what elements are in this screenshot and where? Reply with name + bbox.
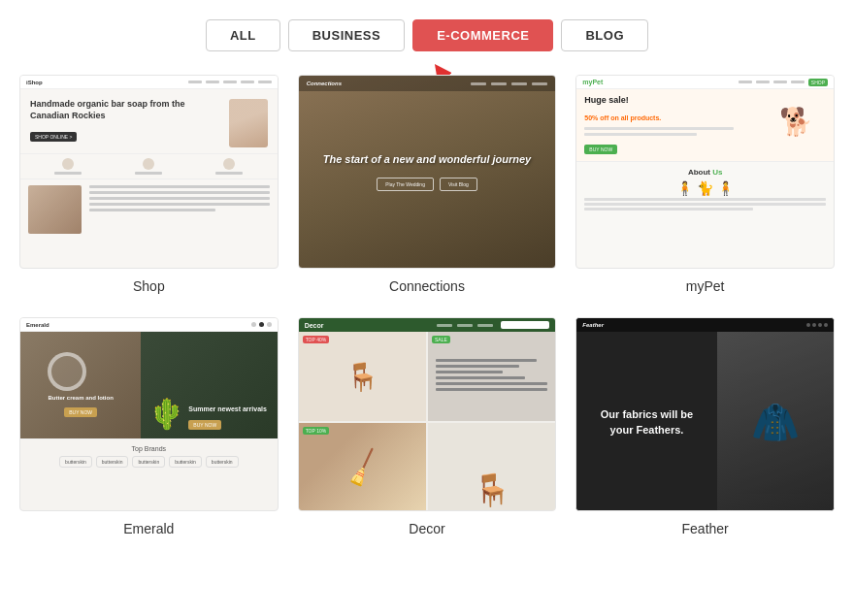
conn-buttons: Play The Wedding Visit Blog — [323, 178, 532, 191]
filter-blog[interactable]: BLOG — [561, 19, 648, 51]
feather-hero-left: Our fabrics will be your Feathers. — [576, 332, 716, 511]
card-feather-label: Feather — [682, 521, 729, 536]
mypet-figure-3: 🧍 — [717, 180, 734, 196]
decor-white-chair-icon: 🪑 — [473, 471, 511, 508]
mypet-about: About Us 🧍 🐈 🧍 — [576, 161, 834, 218]
card-mypet[interactable]: myPet SHOP Huge sale! 50% off on all pro… — [575, 75, 835, 294]
conn-logo: Connections — [307, 81, 342, 86]
shop-hero-text: Handmade organic bar soap from the Canad… — [30, 99, 221, 147]
dot — [812, 323, 816, 327]
text-line — [584, 208, 753, 211]
mypet-desc-line — [584, 127, 734, 130]
shop-icon — [143, 158, 154, 170]
nav-link — [223, 81, 237, 83]
dot — [267, 322, 272, 327]
emerald-product-cta: BUY NOW — [64, 407, 97, 417]
thumb-shop: iShop Handmade organic bar soap from the… — [19, 75, 279, 269]
shop-nav: iShop — [20, 76, 278, 89]
shop-icon-item — [215, 158, 243, 175]
dot — [818, 323, 822, 327]
nav-link — [457, 324, 473, 327]
thumb-emerald: Emerald Butter cream and lotion BUY NOW — [19, 317, 279, 511]
thumb-decor: Decor TOP 40% 🪑 SALE — [298, 317, 557, 511]
emerald-hero-right: 🌵 Summer newest arrivals BUY NOW — [141, 332, 277, 438]
decor-cell-text: SALE — [428, 332, 555, 421]
emerald-nav-dots — [251, 322, 272, 327]
nav-link — [258, 81, 272, 83]
dot — [251, 322, 256, 327]
emerald-product-right: Summer newest arrivals BUY NOW — [188, 405, 267, 431]
mypet-shop-badge: SHOP — [808, 79, 828, 86]
decor-mop-icon: 🧹 — [340, 445, 385, 490]
emerald-cactus-icon: 🌵 — [148, 397, 184, 431]
conn-btn-2: Visit Blog — [440, 178, 477, 191]
emerald-brand-pills: butterskin butterskin butterskin butters… — [28, 456, 270, 468]
mypet-figure-1: 🧍 — [676, 180, 693, 196]
shop-hero: Handmade organic bar soap from the Canad… — [20, 89, 278, 153]
shop-icon-label — [135, 172, 162, 175]
card-feather[interactable]: Feather Our fabrics will be your Feather… — [575, 317, 835, 536]
mypet-sale: 50% off on all products. — [584, 114, 661, 121]
decor-cell-chair: TOP 40% 🪑 — [299, 332, 426, 421]
card-emerald[interactable]: Emerald Butter cream and lotion BUY NOW — [19, 317, 279, 536]
emerald-nav: Emerald — [20, 318, 278, 332]
filter-ecommerce[interactable]: E-COMMERCE — [412, 19, 553, 51]
nav-link — [532, 82, 547, 85]
feather-nav: Feather — [576, 318, 834, 332]
nav-link — [773, 81, 787, 83]
mypet-nav: myPet SHOP — [576, 76, 834, 89]
shop-soap — [229, 99, 268, 147]
feather-hero-title: Our fabrics will be your Feathers. — [588, 406, 705, 438]
card-connections[interactable]: Connections The start of a new and wonde… — [298, 75, 557, 294]
feather-hero-right: 🧥 — [717, 332, 834, 511]
thumb-mypet: myPet SHOP Huge sale! 50% off on all pro… — [575, 75, 835, 269]
mypet-desc-line — [584, 133, 697, 136]
filter-bar: ALL BUSINESS E-COMMERCE BLOG — [19, 19, 835, 51]
mypet-illus2: 🧍 🐈 🧍 — [584, 180, 826, 196]
emerald-product-title: Butter cream and lotion — [48, 395, 113, 401]
decor-cell-white-chair: 🪑 — [428, 423, 555, 511]
emerald-product-left: Butter cream and lotion BUY NOW — [48, 352, 113, 418]
nav-link — [188, 81, 202, 83]
decor-logo: Decor — [305, 322, 324, 329]
emerald-product-right-title: Summer newest arrivals — [188, 405, 267, 413]
decor-badge-1: TOP 40% — [303, 336, 330, 343]
filter-all[interactable]: ALL — [206, 19, 280, 51]
filter-business[interactable]: BUSINESS — [288, 19, 405, 51]
mypet-hero-title: Huge sale! — [584, 95, 772, 105]
emerald-brands-title: Top Brands — [28, 445, 270, 452]
mypet-figure-2: 🐈 — [697, 180, 713, 196]
shop-icon — [223, 158, 235, 170]
decor-cell-mop: TOP 10% 🧹 — [299, 423, 426, 511]
emerald-logo: Emerald — [26, 322, 49, 328]
text-line — [584, 203, 826, 206]
emerald-product-right-cta: BUY NOW — [188, 420, 221, 430]
nav-link — [437, 324, 452, 327]
card-decor[interactable]: Decor TOP 40% 🪑 SALE — [298, 317, 557, 536]
emerald-ring — [48, 352, 86, 391]
decor-badge-3: TOP 10% — [303, 427, 330, 435]
card-shop-label: Shop — [133, 278, 165, 294]
conn-nav-links — [471, 82, 547, 85]
text-line — [436, 359, 537, 362]
conn-hero-title: The start of a new and wonderful journey — [323, 152, 532, 167]
nav-link — [511, 82, 527, 85]
text-line — [584, 198, 826, 201]
text-line — [436, 388, 547, 391]
decor-product-grid: TOP 40% 🪑 SALE TOP 10% — [299, 332, 556, 511]
mypet-about-title: About Us — [584, 168, 826, 177]
text-line — [436, 365, 520, 368]
shop-icon-item — [135, 158, 162, 175]
nav-link — [477, 324, 493, 327]
card-shop[interactable]: iShop Handmade organic bar soap from the… — [19, 75, 279, 294]
dot — [259, 322, 264, 327]
shop-lower-image — [28, 185, 82, 234]
decor-text-lines — [436, 359, 547, 394]
mypet-hero: Huge sale! 50% off on all products. BUY … — [576, 89, 834, 161]
brand-pill-4: butterskin — [169, 456, 202, 468]
brand-pill-2: butterskin — [96, 456, 129, 468]
shop-cta: SHOP ONLINE > — [30, 132, 77, 142]
brand-pill-3: butterskin — [132, 456, 165, 468]
decor-badge-2: SALE — [432, 336, 450, 343]
feather-logo: Feather — [582, 322, 604, 328]
